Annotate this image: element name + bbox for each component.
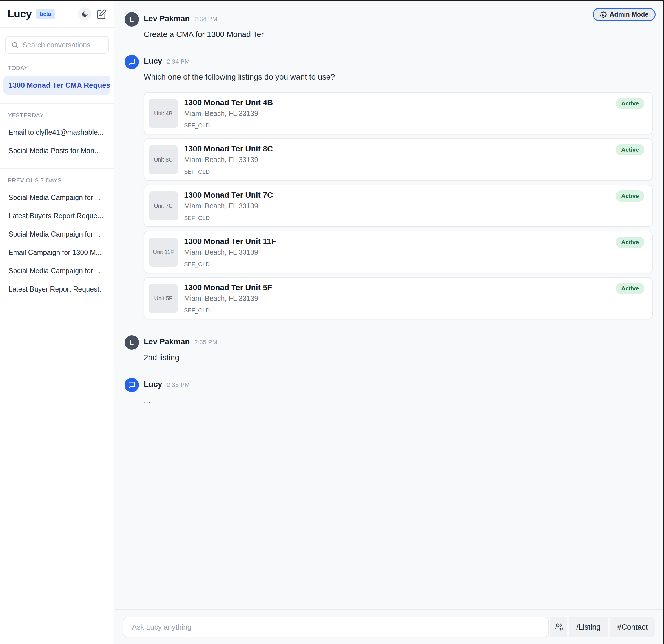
hash-contact-button[interactable]: #Contact: [609, 617, 655, 637]
chat-panel: Admin Mode L Lev Pakman 2:34 PM Create a…: [115, 1, 663, 644]
section-label-yesterday: YESTERDAY: [8, 112, 110, 119]
lucy-avatar: [125, 55, 139, 69]
users-icon: [555, 623, 563, 631]
listing-source: SEF_OLD: [184, 122, 618, 129]
message-assistant: Lucy 2:34 PM Which one of the following …: [125, 55, 653, 320]
contacts-button[interactable]: [551, 617, 567, 637]
app-window: Lucy beta: [0, 0, 664, 644]
gear-icon: [600, 11, 606, 18]
listing-address: Miami Beach, FL 33139: [184, 109, 618, 118]
listing-options: Unit 4B 1300 Monad Ter Unit 4B Miami Bea…: [144, 92, 653, 320]
lucy-avatar: [125, 378, 139, 392]
listing-address: Miami Beach, FL 33139: [184, 248, 618, 256]
listing-card-unit-5f[interactable]: Unit 5F 1300 Monad Ter Unit 5F Miami Bea…: [144, 277, 653, 320]
message-body: Lev Pakman 2:35 PM 2nd listing: [144, 335, 653, 362]
sidebar-section-today: TODAY 1300 Monad Ter CMA Request: [0, 56, 114, 104]
listing-thumbnail: Unit 8C: [149, 145, 178, 174]
listing-title: 1300 Monad Ter Unit 11F: [184, 237, 618, 246]
status-badge: Active: [616, 144, 644, 155]
sidebar-header: Lucy beta: [0, 1, 114, 28]
conversation-item[interactable]: Email Campaign for 1300 M...: [3, 243, 110, 262]
status-badge: Active: [616, 98, 644, 109]
message-body: Lev Pakman 2:34 PM Create a CMA for 1300…: [144, 12, 653, 39]
conversation-item[interactable]: Latest Buyer Report Request.: [3, 280, 110, 298]
beta-badge: beta: [36, 9, 55, 19]
conversation-item-email[interactable]: Email to clyffe41@mashable...: [3, 123, 110, 142]
app-title: Lucy: [7, 8, 32, 20]
compose-icon: [97, 9, 106, 19]
listing-address: Miami Beach, FL 33139: [184, 156, 618, 164]
listing-title: 1300 Monad Ter Unit 7C: [184, 190, 618, 200]
listing-card-unit-7c[interactable]: Unit 7C 1300 Monad Ter Unit 7C Miami Bea…: [144, 185, 653, 227]
search-conversations-input[interactable]: [23, 41, 113, 49]
listing-address: Miami Beach, FL 33139: [184, 294, 618, 303]
message-list: L Lev Pakman 2:34 PM Create a CMA for 13…: [115, 1, 663, 609]
message-text: Which one of the following listings do y…: [144, 73, 653, 81]
chat-bubble-icon: [128, 381, 136, 389]
listing-info: 1300 Monad Ter Unit 7C Miami Beach, FL 3…: [184, 190, 618, 221]
listing-info: 1300 Monad Ter Unit 5F Miami Beach, FL 3…: [184, 283, 618, 314]
admin-mode-label: Admin Mode: [609, 11, 648, 18]
conversation-item[interactable]: Social Media Campaign for ...: [3, 188, 110, 207]
section-label-today: TODAY: [8, 65, 110, 71]
message-assistant: Lucy 2:35 PM ...: [125, 378, 653, 405]
message-timestamp: 2:35 PM: [167, 381, 190, 388]
listing-card-unit-11f[interactable]: Unit 11F 1300 Monad Ter Unit 11F Miami B…: [144, 231, 653, 273]
listing-card-unit-4b[interactable]: Unit 4B 1300 Monad Ter Unit 4B Miami Bea…: [144, 92, 653, 135]
message-author: Lucy: [144, 380, 162, 389]
message-user: L Lev Pakman 2:35 PM 2nd listing: [125, 335, 653, 362]
moon-icon: [81, 11, 88, 18]
message-timestamp: 2:34 PM: [167, 58, 190, 65]
dark-mode-toggle-button[interactable]: [78, 7, 91, 21]
message-text: ...: [144, 396, 653, 405]
listing-thumbnail: Unit 7C: [149, 192, 178, 221]
message-text: Create a CMA for 1300 Monad Ter: [144, 30, 653, 39]
message-author: Lev Pakman: [144, 14, 190, 23]
listing-info: 1300 Monad Ter Unit 11F Miami Beach, FL …: [184, 237, 618, 267]
status-badge: Active: [616, 237, 644, 248]
listing-card-unit-8c[interactable]: Unit 8C 1300 Monad Ter Unit 8C Miami Bea…: [144, 138, 653, 181]
user-avatar: L: [125, 335, 139, 350]
listing-info: 1300 Monad Ter Unit 4B Miami Beach, FL 3…: [184, 98, 618, 129]
listing-source: SEF_OLD: [184, 261, 618, 267]
message-header: Lucy 2:34 PM: [144, 57, 653, 66]
message-timestamp: 2:35 PM: [194, 339, 217, 346]
listing-thumbnail: Unit 4B: [149, 99, 178, 128]
search-conversations-box: [5, 36, 109, 54]
status-badge: Active: [616, 190, 644, 202]
message-text: 2nd listing: [144, 353, 653, 362]
conversation-item[interactable]: Latest Buyers Report Reque...: [3, 207, 110, 225]
message-header: Lucy 2:35 PM: [144, 380, 653, 389]
message-header: Lev Pakman 2:35 PM: [144, 337, 653, 346]
message-author: Lev Pakman: [144, 337, 190, 346]
conversation-item[interactable]: Social Media Campaign for ...: [3, 262, 110, 280]
listing-source: SEF_OLD: [184, 215, 618, 221]
message-header: Lev Pakman 2:34 PM: [144, 14, 653, 23]
chat-input[interactable]: [123, 617, 549, 637]
listing-info: 1300 Monad Ter Unit 8C Miami Beach, FL 3…: [184, 144, 618, 175]
sidebar-section-previous-7-days: PREVIOUS 7 DAYS Social Media Campaign fo…: [0, 169, 114, 307]
listing-source: SEF_OLD: [184, 307, 618, 314]
conversation-item[interactable]: Social Media Campaign for ...: [3, 225, 110, 243]
listing-source: SEF_OLD: [184, 168, 618, 175]
listing-thumbnail: Unit 11F: [149, 238, 178, 267]
listing-address: Miami Beach, FL 33139: [184, 202, 618, 210]
message-user: L Lev Pakman 2:34 PM Create a CMA for 13…: [125, 12, 653, 39]
conversation-item-cma-request[interactable]: 1300 Monad Ter CMA Request: [3, 76, 110, 95]
composer-bar: /Listing #Contact: [115, 609, 663, 644]
new-conversation-button[interactable]: [97, 9, 106, 19]
message-timestamp: 2:34 PM: [194, 16, 217, 23]
message-body: Lucy 2:35 PM ...: [144, 378, 653, 405]
user-avatar: L: [125, 12, 139, 26]
message-author: Lucy: [144, 57, 162, 66]
sidebar-section-yesterday: YESTERDAY Email to clyffe41@mashable... …: [0, 104, 114, 169]
listing-title: 1300 Monad Ter Unit 8C: [184, 144, 618, 154]
status-badge: Active: [616, 283, 644, 294]
listing-thumbnail: Unit 5F: [149, 284, 178, 313]
chat-bubble-icon: [128, 58, 136, 66]
conversation-item-social-posts[interactable]: Social Media Posts for Mon...: [3, 142, 110, 160]
admin-mode-button[interactable]: Admin Mode: [593, 8, 656, 21]
listing-title: 1300 Monad Ter Unit 5F: [184, 283, 618, 292]
slash-listing-button[interactable]: /Listing: [569, 617, 608, 637]
search-icon: [11, 41, 19, 48]
